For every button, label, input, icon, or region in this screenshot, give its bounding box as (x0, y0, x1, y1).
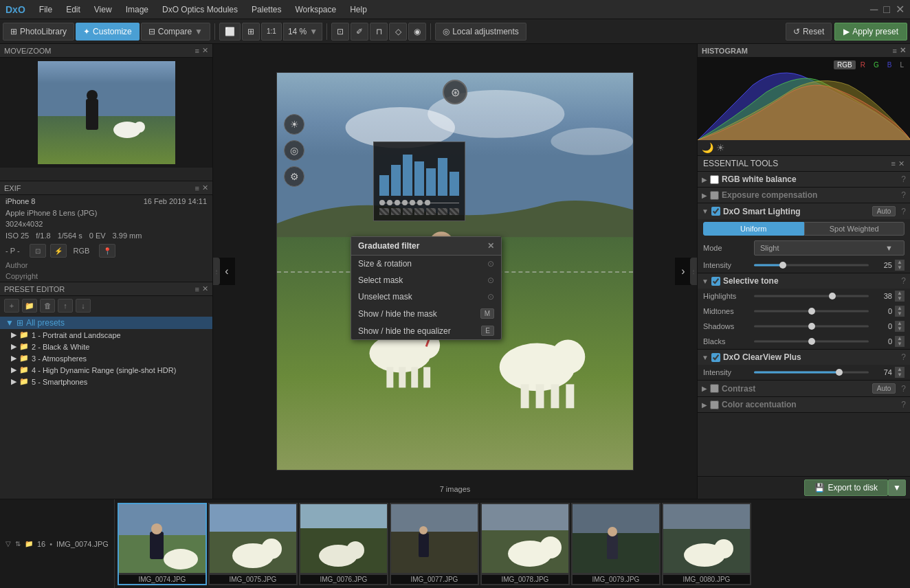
preset-export-btn[interactable]: ↑ (58, 299, 73, 313)
cm-select-mask[interactable]: Select mask ⊙ (351, 272, 501, 289)
clearview-thumb[interactable] (836, 369, 843, 376)
preset-new-btn[interactable]: + (4, 299, 19, 313)
eq-point-2[interactable] (387, 200, 392, 205)
move-zoom-menu-icon[interactable]: ≡ (195, 47, 199, 55)
blacks-down[interactable]: ▼ (895, 341, 905, 347)
preset-folder-5[interactable]: ▶ 📁 5 - Smartphones (0, 376, 212, 387)
preset-delete-btn[interactable]: 🗑 (40, 299, 55, 313)
color-acc-toggle[interactable] (710, 400, 719, 409)
right-divider-handle[interactable]: ⋮ (690, 258, 697, 285)
context-menu-close[interactable]: ✕ (487, 241, 494, 251)
midtones-down[interactable]: ▼ (895, 311, 905, 317)
menu-image[interactable]: Image (120, 3, 154, 16)
menu-view[interactable]: View (89, 3, 118, 16)
canvas-tool-icon-2[interactable]: ◎ (284, 140, 304, 161)
filmstrip-photo-1[interactable]: IMG_0075.JPG (208, 503, 298, 585)
nav-prev-button[interactable]: ‹ (219, 258, 235, 285)
compare-button[interactable]: ⊟ Compare ▼ (141, 23, 210, 41)
preset-folder-4[interactable]: ▶ 📁 4 - High Dynamic Range (single-shot … (0, 364, 212, 376)
shadows-slider[interactable] (754, 321, 869, 331)
zoom-selector[interactable]: 14 % ▼ (283, 23, 322, 41)
cm-size-rotation[interactable]: Size & rotation ⊙ (351, 256, 501, 272)
exif-close-icon[interactable]: ✕ (202, 183, 208, 192)
hist-btn-b[interactable]: B (884, 60, 896, 69)
exposure-help[interactable]: ? (901, 190, 906, 200)
fit-button[interactable]: 1:1 (261, 23, 282, 41)
shadows-down[interactable]: ▼ (895, 326, 905, 332)
menu-dxo-optics[interactable]: DxO Optics Modules (157, 3, 243, 16)
export-dropdown-button[interactable]: ▼ (888, 479, 906, 496)
reset-button[interactable]: ↺ Reset (786, 23, 832, 41)
maximize-button[interactable]: □ (883, 3, 890, 16)
highlights-slider[interactable] (754, 291, 869, 301)
erase-button[interactable]: ◇ (389, 23, 407, 41)
midtones-slider[interactable] (754, 306, 869, 316)
canvas-tool-icon-3[interactable]: ⚙ (284, 166, 304, 187)
preset-folder-1[interactable]: ▶ 📁 1 - Portrait and Landscape (0, 329, 212, 341)
clone-button[interactable]: ⊓ (370, 23, 388, 41)
preset-all-presets[interactable]: ▼ ⊞ All presets (0, 317, 212, 329)
export-to-disk-button[interactable]: 💾 Export to disk (804, 479, 888, 496)
preset-editor-menu-icon[interactable]: ≡ (195, 285, 199, 293)
smart-mode-spot-btn[interactable]: Spot Weighted (804, 222, 905, 236)
intensity-down[interactable]: ▼ (895, 265, 905, 271)
exif-menu-icon[interactable]: ≡ (195, 184, 199, 192)
local-adjustments-button[interactable]: ◎ Local adjustments (435, 23, 526, 41)
rgb-white-balance-header[interactable]: ▶ RGB white balance ? (698, 172, 910, 187)
left-divider-handle[interactable]: ⋮ (213, 258, 220, 285)
preset-folder-3[interactable]: ▶ 📁 3 - Atmospheres (0, 352, 212, 364)
crop-button[interactable]: ⊡ (331, 23, 349, 41)
smart-lighting-header[interactable]: ▼ DxO Smart Lighting Auto ? (698, 203, 910, 219)
exposure-toggle[interactable] (710, 191, 719, 200)
cm-unselect-mask[interactable]: Unselect mask ⊙ (351, 289, 501, 305)
hist-btn-rgb[interactable]: RGB (834, 60, 856, 69)
cm-show-hide-mask[interactable]: Show / hide the mask M (351, 305, 501, 322)
exif-icon-3[interactable]: 📍 (99, 244, 115, 258)
filmstrip-filter-icon[interactable]: ▽ (5, 540, 11, 547)
smart-lighting-auto-btn[interactable]: Auto (872, 206, 896, 216)
blacks-thumb[interactable] (808, 338, 815, 345)
clearview-intensity-slider[interactable] (754, 368, 869, 377)
smart-lighting-help[interactable]: ? (901, 207, 906, 216)
close-button[interactable]: ✕ (896, 3, 905, 16)
compare-dropdown-icon[interactable]: ▼ (195, 27, 203, 36)
filmstrip-folder-icon[interactable]: 📁 (25, 540, 33, 547)
exif-icon-2[interactable]: ⚡ (50, 244, 67, 258)
highlights-down[interactable]: ▼ (895, 296, 905, 302)
filmstrip-photo-6[interactable]: IMG_0080.JPG (662, 503, 751, 585)
photo-library-button[interactable]: ⊞ PhotoLibrary (3, 23, 74, 41)
color-acc-help[interactable]: ? (901, 400, 906, 409)
rgb-wb-help[interactable]: ? (901, 174, 906, 184)
filmstrip-photo-2[interactable]: IMG_0076.JPG (299, 503, 388, 585)
essential-tools-close-icon[interactable]: ✕ (898, 159, 905, 168)
exposure-header[interactable]: ▶ Exposure compensation ? (698, 188, 910, 203)
customize-button[interactable]: ✦ Customize (76, 23, 140, 41)
view-button[interactable]: ◉ (408, 23, 426, 41)
smart-mode-uniform-btn[interactable]: Uniform (703, 222, 804, 236)
menu-palettes[interactable]: Palettes (246, 3, 287, 16)
eq-point-3[interactable] (395, 200, 400, 205)
eq-point-6[interactable] (417, 200, 423, 205)
hist-mode-moon[interactable]: 🌙 (702, 142, 713, 153)
menu-file[interactable]: File (34, 3, 58, 16)
filmstrip-sort-icon[interactable]: ⇅ (15, 540, 21, 547)
selective-tone-header[interactable]: ▼ Selective tone ? (698, 273, 910, 289)
grid-button[interactable]: ⊞ (242, 23, 260, 41)
essential-tools-menu-icon[interactable]: ≡ (891, 159, 896, 168)
hist-mode-sun[interactable]: ☀ (716, 142, 725, 153)
preset-folder-btn[interactable]: 📁 (22, 299, 37, 313)
histogram-menu-icon[interactable]: ≡ (893, 47, 897, 55)
eq-point-5[interactable] (410, 200, 415, 205)
mode-select-dropdown[interactable]: Slight ▼ (754, 240, 905, 256)
histogram-close-icon[interactable]: ✕ (900, 46, 906, 55)
menu-workspace[interactable]: Workspace (289, 3, 342, 16)
filmstrip-photo-5[interactable]: IMG_0079.JPG (571, 503, 661, 585)
canvas-tool-icon-1[interactable]: ☀ (284, 114, 304, 135)
filmstrip-photo-0[interactable]: IMG_0074.JPG (118, 503, 207, 585)
contrast-help[interactable]: ? (901, 384, 906, 394)
midtones-thumb[interactable] (808, 308, 815, 315)
color-accentuation-header[interactable]: ▶ Color accentuation ? (698, 397, 910, 412)
menu-edit[interactable]: Edit (60, 3, 86, 16)
rgb-wb-toggle[interactable] (710, 175, 719, 184)
perspective-button[interactable]: ✐ (351, 23, 368, 41)
